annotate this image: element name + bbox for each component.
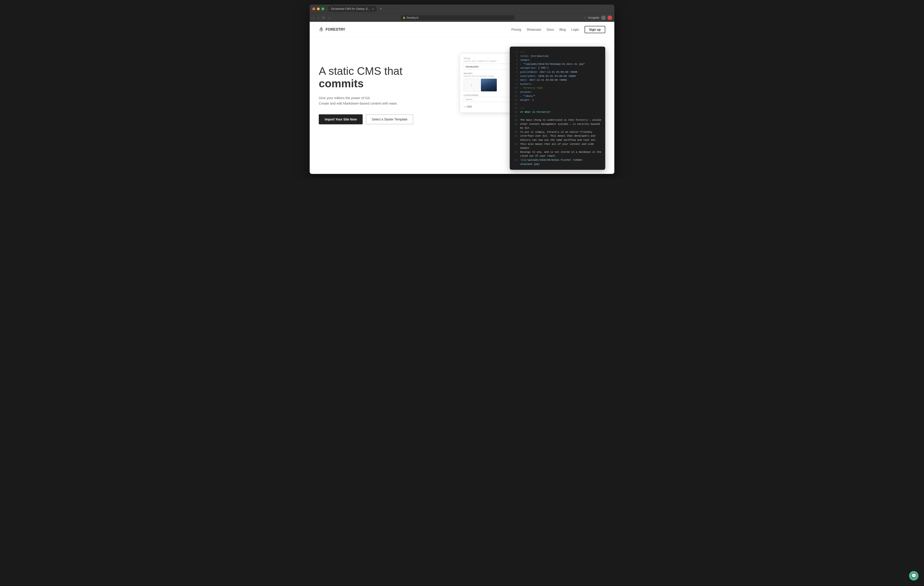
- code-line-23b: cloud out of your reach.: [513, 154, 602, 158]
- import-site-button[interactable]: Import Your Site Now: [319, 114, 363, 124]
- images-area: IMAGES Used for SEO & Featured Images +: [464, 72, 515, 91]
- plus-icon: +: [470, 82, 473, 88]
- svg-point-0: [321, 29, 322, 30]
- menu-icon[interactable]: [607, 15, 612, 20]
- code-line-21b: editors can now use the same workflow an…: [513, 138, 602, 142]
- code-line-17: 17: [513, 114, 602, 119]
- code-line-3: 3 images:: [513, 58, 602, 62]
- hero-content: A static CMS that commits Give your edit…: [319, 56, 432, 124]
- images-field-hint: Used for SEO & Featured Images: [464, 75, 515, 77]
- title-field-hint: Used for SEO. Fallback for Headline.: [464, 60, 515, 62]
- code-line-13: 13 weight: 1: [513, 98, 602, 102]
- code-line-20: 20 To put it simply, Forestry is an edit…: [513, 130, 602, 134]
- address-bar[interactable]: 🔒 forestry.io: [401, 15, 515, 20]
- code-line-5: 5 categories: ['CMS']: [513, 66, 602, 70]
- tab-close-icon[interactable]: ✕: [372, 8, 374, 10]
- code-line-24: 24 ![](/uploads/2018/09/mihai-fischer-71…: [513, 158, 602, 166]
- maximize-button[interactable]: [322, 8, 324, 10]
- logo-icon: [319, 27, 324, 32]
- nav-link-blog[interactable]: Blog: [559, 28, 566, 31]
- code-line-6: 6 publishdate: 2017-12-31 04:00:00 +0000: [513, 70, 602, 74]
- logo-link[interactable]: FORESTRY: [319, 27, 345, 32]
- images-grid: +: [464, 79, 515, 91]
- code-line-2: 2 title: Introduction: [513, 54, 602, 58]
- hero-section: A static CMS that commits Give your edit…: [310, 38, 614, 174]
- nav-link-login[interactable]: Login: [571, 28, 579, 31]
- cms-item-label: CMS: [466, 105, 472, 108]
- code-line-11: 11 aliases:: [513, 90, 602, 94]
- code-line-16: 16 ## What is Forestry?: [513, 110, 602, 114]
- code-line-23: 23 belongs to you, and is not stored in …: [513, 150, 602, 154]
- profile-icon[interactable]: [601, 15, 606, 20]
- hero-title-bold: commits: [319, 77, 363, 90]
- categories-field-label: CATEGORIES: [464, 94, 515, 96]
- categories-select[interactable]: Select...: [464, 97, 515, 102]
- code-panel: 1 --- 2 title: Introduction 3 images: 4 …: [510, 47, 605, 170]
- close-button[interactable]: [312, 8, 315, 10]
- hamburger-icon: ≡: [464, 105, 465, 108]
- code-line-7: 7 expirydate: 2030-01-01 04:00:00 +0000: [513, 74, 602, 78]
- code-line-12: 12 - "/docs/": [513, 94, 602, 99]
- browser-titlebar: Git-backed CMS for Gatsby, G… ✕ +: [310, 5, 614, 13]
- image-placeholder[interactable]: +: [464, 79, 480, 91]
- code-line-10: 10 - Forestry Team: [513, 86, 602, 90]
- hero-title-normal: A static CMS that: [319, 65, 403, 77]
- title-field-input[interactable]: Introduction: [464, 64, 515, 69]
- code-line-21: 21 interface over Git. This means that d…: [513, 134, 602, 138]
- code-line-15: 15 ---: [513, 106, 602, 110]
- hero-subtitle-line1: Give your editors the power of Git.: [319, 95, 432, 101]
- code-line-19b: by Git.: [513, 126, 602, 130]
- code-line-4: 4 - "/uploads/2018/01/OGimage-01-docs-3x…: [513, 62, 602, 66]
- code-line-1: 1 ---: [513, 50, 602, 54]
- hero-subtitle-line2: Create and edit Markdown-based content w…: [319, 101, 432, 106]
- main-nav: FORESTRY Pricing Showcase Docs Blog Logi…: [310, 22, 614, 38]
- browser-toolbar: ‹ › ↻ ⌂ 🔒 forestry.io ☆ Incognito: [310, 13, 614, 22]
- hero-buttons: Import Your Site Now Select a Starter Te…: [319, 114, 432, 124]
- code-line-18: 18 The main thing to understand is that …: [513, 118, 602, 122]
- incognito-label: Incognito: [588, 16, 599, 19]
- starter-template-button[interactable]: Select a Starter Template: [366, 114, 413, 124]
- code-line-14: 14: [513, 102, 602, 106]
- categories-section: CATEGORIES Select... ≡ CMS: [464, 94, 515, 109]
- signup-button[interactable]: Sign up: [584, 26, 605, 33]
- hero-title: A static CMS that commits: [319, 65, 432, 90]
- code-line-9: 9 authors:: [513, 82, 602, 86]
- toolbar-right: ☆ Incognito: [584, 15, 612, 20]
- browser-tab[interactable]: Git-backed CMS for Gatsby, G… ✕: [328, 6, 376, 12]
- nav-links: Pricing Showcase Docs Blog Login Sign up: [512, 26, 605, 33]
- tab-title: Git-backed CMS for Gatsby, G…: [331, 7, 371, 10]
- url-display: forestry.io: [407, 16, 419, 19]
- title-field-label: TITLE: [464, 57, 515, 59]
- code-line-22: 22 This also means that all of your cont…: [513, 142, 602, 150]
- reload-button[interactable]: ↻: [321, 15, 326, 20]
- home-button[interactable]: ⌂: [328, 15, 331, 20]
- website-content: FORESTRY Pricing Showcase Docs Blog Logi…: [310, 22, 614, 174]
- browser-frame: Git-backed CMS for Gatsby, G… ✕ + ‹ › ↻ …: [310, 5, 614, 174]
- lock-icon: 🔒: [403, 16, 405, 19]
- cms-list-item: ≡ CMS: [464, 104, 515, 109]
- back-button[interactable]: ‹: [312, 15, 315, 20]
- logo-text: FORESTRY: [325, 28, 345, 31]
- images-field-label: IMAGES: [464, 72, 515, 74]
- nav-link-docs[interactable]: Docs: [546, 28, 554, 31]
- image-thumbnail[interactable]: [481, 79, 497, 91]
- minimize-button[interactable]: [317, 8, 320, 10]
- code-line-19: 19 other content management systems — is…: [513, 122, 602, 127]
- code-line-8: 8 date: 2017-12-31 04:00:00 +0000: [513, 78, 602, 82]
- hero-illustration: TITLE Used for SEO. Fallback for Headlin…: [460, 47, 614, 165]
- star-icon[interactable]: ☆: [584, 16, 586, 19]
- nav-link-pricing[interactable]: Pricing: [512, 28, 521, 31]
- forward-button[interactable]: ›: [317, 15, 320, 20]
- hero-subtitle: Give your editors the power of Git. Crea…: [319, 95, 432, 106]
- add-tab-button[interactable]: +: [380, 7, 382, 11]
- nav-link-showcase[interactable]: Showcase: [526, 28, 541, 31]
